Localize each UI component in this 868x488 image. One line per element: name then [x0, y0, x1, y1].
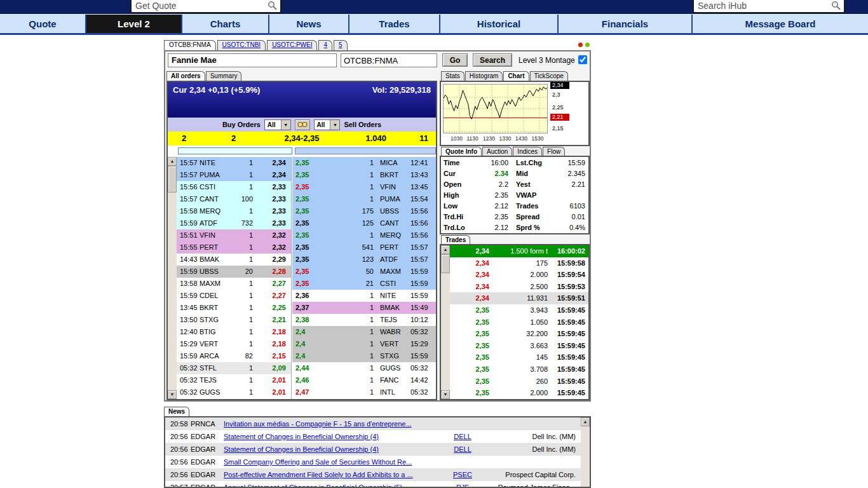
nav-tab[interactable]: Financials	[559, 15, 693, 33]
scroll-up-icon[interactable]: ▲	[441, 245, 450, 254]
nav-tab[interactable]: Trades	[349, 15, 440, 33]
bid-row[interactable]: 13:45 BKRT 1 2,25	[177, 302, 291, 314]
ask-row[interactable]: 2,35 1 MICA 12:41	[292, 157, 436, 169]
sell-filter-select[interactable]: All ▼	[314, 119, 341, 130]
news-row[interactable]: 20:57 EDGAR Annual Statement of Changes …	[165, 481, 581, 487]
news-row[interactable]: 20:56 EDGAR Statement of Changes in Bene…	[165, 443, 581, 456]
news-symbol-link[interactable]	[440, 417, 485, 430]
quote-tab[interactable]: Auction	[482, 147, 512, 156]
ask-row[interactable]: 2,35 125 CANT 15:56	[292, 217, 436, 229]
quote-tab[interactable]: Flow	[543, 147, 565, 156]
news-symbol-link[interactable]: PSEC	[440, 468, 485, 481]
ask-row[interactable]: 2,35 175 UBSS 15:56	[292, 205, 436, 217]
news-tab[interactable]: News	[164, 407, 189, 416]
search-icon[interactable]	[268, 1, 278, 11]
ask-row[interactable]: 2,35 541 PERT 15:57	[292, 241, 436, 254]
trade-row[interactable]: 2,34 2.500 15:59:53	[450, 281, 588, 293]
ask-row[interactable]: 2,35 123 ATDF 15:57	[292, 254, 436, 266]
bid-row[interactable]: 15:55 PERT 1 2,32	[177, 241, 291, 254]
ask-row[interactable]: 2,35 1 MERQ 15:56	[292, 229, 436, 241]
news-symbol-link[interactable]	[440, 456, 485, 468]
news-row[interactable]: 20:56 EDGAR Post-effective Amendment Fil…	[165, 468, 581, 481]
bid-row[interactable]: 15:57 CANT 100 2,33	[177, 193, 291, 205]
ask-row[interactable]: 2,4 1 WABR 05:32	[292, 326, 436, 338]
level3-montage-checkbox[interactable]	[578, 55, 587, 64]
news-row[interactable]: 20:56 EDGAR Small Company Offering and S…	[165, 456, 581, 468]
trades-scrollbar[interactable]: ▲ ▼	[441, 245, 450, 399]
trade-row[interactable]: 2,35 1.050 15:59:45	[450, 316, 588, 329]
bid-row[interactable]: 15:59 ARCA 82 2,15	[177, 350, 291, 362]
trades-tab[interactable]: Trades	[441, 235, 470, 245]
news-scrollbar[interactable]: ▲	[581, 417, 590, 487]
symbol-tab[interactable]: 5	[334, 40, 348, 50]
trade-row[interactable]: 2,34 1.500 form t 16:00:02	[450, 245, 588, 257]
scrollbar-thumb[interactable]	[441, 254, 450, 273]
quote-tab[interactable]: Quote Info	[441, 147, 482, 156]
ask-row[interactable]: 2,37 1 BMAK 15:49	[292, 302, 436, 314]
news-headline-link[interactable]: Statement of Changes in Beneficial Owner…	[224, 443, 440, 456]
trade-row[interactable]: 2,35 260 15:59:45	[450, 376, 588, 388]
bid-row[interactable]: 14:43 BMAK 1 2,29	[177, 254, 291, 266]
news-headline-link[interactable]: Post-effective Amendment Filed Solely to…	[224, 468, 440, 481]
nav-tab[interactable]: Message Board	[693, 15, 868, 33]
nav-tab[interactable]: Level 2	[86, 15, 182, 33]
news-symbol-link[interactable]: RJF	[440, 481, 485, 487]
news-headline-link[interactable]: Annual Statement of Changes in Beneficia…	[224, 481, 440, 487]
ask-row[interactable]: 2,38 1 TEJS 10:12	[292, 314, 436, 326]
symbol-input[interactable]	[341, 53, 437, 67]
chart-tab[interactable]: Histogram	[465, 71, 503, 81]
ask-row[interactable]: 2,35 21 CSTI 15:59	[292, 278, 436, 290]
bid-row[interactable]: 05:32 TEJS 1 2,01	[177, 374, 291, 386]
scroll-up-icon[interactable]: ▲	[168, 157, 177, 166]
scroll-up-icon[interactable]: ▲	[581, 417, 590, 426]
trade-row[interactable]: 2,35 2.000 15:59:45	[450, 387, 588, 399]
quote-tab[interactable]: Indices	[513, 147, 542, 156]
nav-tab[interactable]: Charts	[182, 15, 269, 33]
trade-row[interactable]: 2,35 3.708 15:59:45	[450, 363, 588, 376]
trade-row[interactable]: 2,34 11.931 15:59:51	[450, 292, 588, 304]
scroll-down-icon[interactable]: ▼	[441, 390, 450, 399]
news-headline-link[interactable]: Statement of Changes in Beneficial Owner…	[224, 430, 440, 443]
buy-filter-select[interactable]: All ▼	[264, 119, 291, 130]
bid-row[interactable]: 13:58 MAXM 1 2,27	[177, 278, 291, 290]
ask-row[interactable]: 2,4 1 VERT 15:29	[292, 338, 436, 350]
search-ihub-box[interactable]	[693, 0, 845, 13]
news-headline-link[interactable]: Invitation aux médias - Compagnie F - 15…	[224, 417, 440, 430]
ask-row[interactable]: 2,36 1 NITE 15:59	[292, 290, 436, 302]
bid-row[interactable]: 05:32 STFL 1 2,09	[177, 362, 291, 374]
trade-row[interactable]: 2,35 3.943 15:59:45	[450, 304, 588, 316]
symbol-tab[interactable]: USOTC:TNBI	[217, 40, 266, 50]
ask-row[interactable]: 2,44 1 GUGS 05:32	[292, 362, 436, 374]
ask-row[interactable]: 2,35 1 BKRT 13:43	[292, 169, 436, 181]
search-button[interactable]: Search	[473, 53, 512, 67]
chevron-down-icon[interactable]: ▼	[330, 120, 339, 130]
nav-tab[interactable]: Historical	[440, 15, 559, 33]
scrollbar-thumb[interactable]	[168, 166, 177, 193]
ask-row[interactable]: 2,35 50 MAXM 15:59	[292, 266, 436, 278]
get-quote-box[interactable]	[130, 0, 281, 13]
go-button[interactable]: Go	[442, 53, 468, 67]
ask-row[interactable]: 2,47 1 INTL 05:32	[292, 386, 436, 398]
scroll-down-icon[interactable]: ▼	[168, 390, 177, 399]
get-quote-input[interactable]	[135, 1, 268, 11]
trade-row[interactable]: 2,35 3.663 15:59:45	[450, 340, 588, 352]
bid-row[interactable]: 15:58 MERQ 1 2,33	[177, 205, 291, 217]
symbol-tab[interactable]: 4	[318, 40, 332, 50]
news-headline-link[interactable]: Small Company Offering and Sale of Secur…	[224, 456, 440, 468]
news-symbol-link[interactable]: DELL	[440, 443, 485, 456]
search-icon[interactable]	[831, 1, 841, 11]
symbol-tab[interactable]: OTCBB:FNMA	[164, 40, 216, 50]
orders-tab[interactable]: Summary	[206, 71, 242, 81]
bid-row[interactable]: 15:29 VERT 1 2,18	[177, 338, 291, 350]
bid-row[interactable]: 15:51 VFIN 1 2,32	[177, 229, 291, 241]
trade-row[interactable]: 2,34 2.000 15:59:54	[450, 269, 588, 281]
bid-row[interactable]: 05:32 GUGS 1 2,01	[177, 386, 291, 398]
chart-tab[interactable]: Chart	[503, 71, 529, 81]
symbol-tab[interactable]: USOTC:PWEI	[267, 40, 317, 50]
bid-row[interactable]: 15:57 PUMA 1 2,34	[177, 169, 291, 181]
ask-row[interactable]: 2,46 1 FANC 14:42	[292, 374, 436, 386]
chart-tab[interactable]: TickScope	[530, 71, 568, 81]
bid-row[interactable]: 15:56 CSTI 1 2,33	[177, 181, 291, 193]
nav-tab[interactable]: Quote	[0, 15, 86, 33]
ask-row[interactable]: 2,35 1 VFIN 13:45	[292, 181, 436, 193]
